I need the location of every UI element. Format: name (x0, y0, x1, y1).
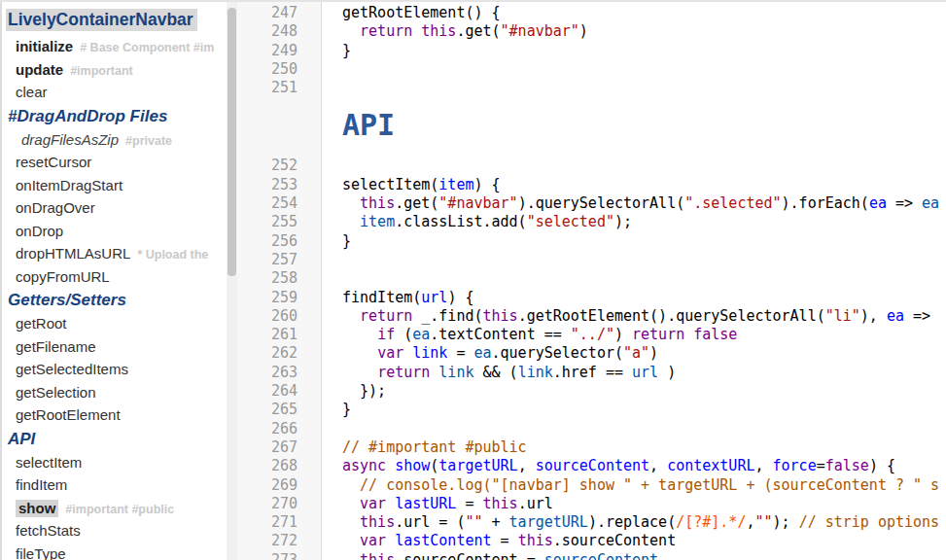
sidebar-item-label: dropHTMLAsURL (16, 245, 130, 262)
sidebar-item-label: show (16, 500, 58, 517)
line-content: } (321, 232, 351, 251)
code-line[interactable]: 261 if (ea.textContent == "../") return … (237, 326, 946, 344)
code-editor[interactable]: 247getRootElement() { 248 return this.ge… (237, 2, 946, 560)
sidebar-item-initialize[interactable]: initialize# Base Component #im (2, 35, 227, 58)
code-line[interactable]: 266 (237, 420, 946, 438)
line-number: 273 (237, 551, 321, 560)
code-line[interactable]: 260 return _.find(this.getRootElement().… (237, 307, 946, 326)
sidebar-item-dragfilesaszip[interactable]: dragFilesAsZip#private (2, 128, 227, 152)
line-number: 262 (237, 344, 321, 363)
code-line[interactable]: 270 var lastURL = this.url (237, 495, 946, 513)
code-line[interactable]: 250 (237, 60, 946, 79)
line-number: 247 (237, 4, 321, 22)
sidebar-item-label: fileType (16, 545, 66, 560)
sidebar-item-filetype[interactable]: fileType (2, 542, 227, 560)
sidebar-item--draganddrop-files[interactable]: #DragAndDrop Files (2, 104, 227, 128)
sidebar-item-show[interactable]: show#important #public (2, 497, 227, 520)
code-line[interactable]: 253selectItem(item) { (237, 176, 946, 194)
line-number: 256 (237, 232, 321, 251)
code-line[interactable]: 248 return this.get("#navbar") (237, 22, 946, 41)
sidebar-item-label: getFilename (16, 338, 96, 355)
line-content: return _.find(this.getRootElement().quer… (321, 307, 930, 326)
code-line[interactable]: 271 this.url = ("" + targetURL).replace(… (237, 513, 946, 532)
line-content: } (321, 401, 351, 419)
sidebar-item-livelycontainernavbar[interactable]: LivelyContainerNavbar (2, 7, 227, 35)
sidebar-item-getroot[interactable]: getRoot (2, 312, 227, 335)
code-line[interactable]: 262 var link = ea.querySelector("a") (237, 344, 946, 363)
sidebar-item-label: fetchStats (16, 522, 81, 539)
code-line[interactable]: 264 }); (237, 382, 946, 401)
code-line[interactable]: 259findItem(url) { (237, 289, 946, 307)
code-line[interactable]: 263 return link && (link.href == url ) (237, 364, 946, 382)
line-number: 249 (237, 42, 321, 60)
sidebar-item-getselecteditems[interactable]: getSelectedItems (2, 358, 227, 381)
sidebar-item-getrootelement[interactable]: getRootElement (2, 403, 227, 427)
line-content: this.sourceContent = sourceContent (321, 551, 658, 560)
sidebar-scrollbar[interactable] (227, 2, 237, 560)
sidebar-item-ondrop[interactable]: onDrop (2, 220, 227, 243)
sidebar-item-drophtmlasurl[interactable]: dropHTMLAsURL* Upload the (2, 242, 227, 265)
sidebar-item-ondragover[interactable]: onDragOver (2, 196, 227, 220)
code-line[interactable]: 256} (237, 232, 946, 251)
navbar-outline-sidebar: LivelyContainerNavbar initialize# Base C… (0, 2, 227, 560)
sidebar-item-getfilename[interactable]: getFilename (2, 335, 227, 359)
line-content: this.get("#navbar").querySelectorAll(".s… (321, 194, 939, 213)
code-line[interactable]: 265} (237, 401, 946, 419)
line-number: 251 (237, 79, 321, 97)
sidebar-item-tag: # Base Component #im (80, 41, 214, 54)
line-number: 250 (237, 60, 321, 79)
code-line[interactable]: 247getRootElement() { (237, 4, 946, 22)
line-number: 258 (237, 269, 321, 288)
sidebar-item-getselection[interactable]: getSelection (2, 381, 227, 404)
line-content: getRootElement() { (321, 4, 501, 22)
sidebar-item-onitemdragstart[interactable]: onItemDragStart (2, 174, 227, 197)
sidebar-item-label: selectItem (16, 454, 82, 471)
sidebar-item-selectitem[interactable]: selectItem (2, 451, 227, 474)
sidebar-item-update[interactable]: update#important (2, 58, 227, 82)
sidebar-item-tag: #important (70, 64, 133, 78)
sidebar-item-tag: #important #public (65, 503, 174, 516)
code-line[interactable]: 258 (237, 269, 946, 288)
line-content: } (321, 42, 351, 60)
line-number: 269 (237, 476, 321, 495)
code-line[interactable]: 249} (237, 42, 946, 60)
sidebar-item-getters-setters[interactable]: Getters/Setters (2, 288, 227, 312)
sidebar-item-finditem[interactable]: findItem (2, 473, 227, 497)
line-content (321, 79, 342, 97)
code-line[interactable]: 268async show(targetURL, sourceContent, … (237, 457, 946, 475)
code-line[interactable]: 252 (237, 157, 946, 175)
line-number: 255 (237, 213, 321, 231)
section-heading: API (237, 107, 946, 144)
code-line[interactable]: 254 this.get("#navbar").querySelectorAll… (237, 194, 946, 213)
line-content: return this.get("#navbar") (321, 22, 588, 41)
sidebar-item-resetcursor[interactable]: resetCursor (2, 151, 227, 174)
sidebar-item-copyfromurl[interactable]: copyFromURL (2, 265, 227, 289)
sidebar-item-label: API (8, 430, 35, 448)
code-line[interactable]: 257 (237, 251, 946, 269)
sidebar-item-label: getSelectedItems (16, 361, 128, 377)
sidebar-scrollbar-thumb[interactable] (228, 8, 236, 276)
line-number: 263 (237, 364, 321, 382)
code-line[interactable]: 267// #important #public (237, 438, 946, 457)
line-content (321, 420, 342, 438)
line-number: 270 (237, 495, 321, 513)
code-line[interactable]: 272 var lastContent = this.sourceContent (237, 532, 946, 550)
sidebar-item-label: #DragAndDrop Files (8, 107, 167, 125)
sidebar-item-label: dragFilesAsZip (21, 131, 119, 148)
sidebar-item-clear[interactable]: clear (2, 81, 227, 104)
sidebar-item-fetchstats[interactable]: fetchStats (2, 519, 227, 542)
sidebar-item-label: getSelection (16, 384, 96, 401)
code-line[interactable]: 273 this.sourceContent = sourceContent (237, 551, 946, 560)
code-line[interactable]: 251 (237, 79, 946, 97)
lively-container-window: LivelyContainerNavbar initialize# Base C… (0, 0, 946, 560)
code-line[interactable]: 269 // console.log("[navbar] show " + ta… (237, 476, 946, 495)
sidebar-item-label: update (16, 61, 63, 78)
code-line[interactable]: 255 item.classList.add("selected"); (237, 213, 946, 231)
line-number: 252 (237, 157, 321, 175)
line-number: 271 (237, 513, 321, 532)
line-number: 272 (237, 532, 321, 550)
line-content: // #important #public (321, 438, 527, 457)
sidebar-item-label: getRootElement (16, 406, 121, 423)
sidebar-item-label: copyFromURL (16, 268, 110, 285)
sidebar-item-api[interactable]: API (2, 427, 227, 451)
